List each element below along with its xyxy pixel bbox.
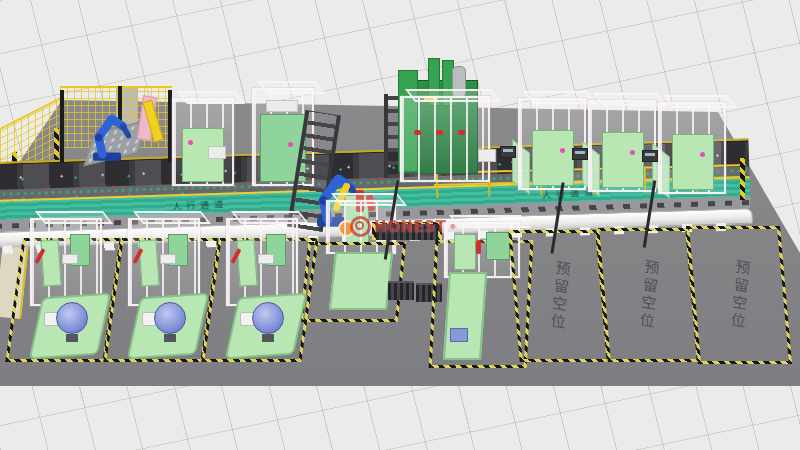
station-plate [443, 272, 487, 360]
blue-robot-arm [80, 98, 136, 164]
hmi-monitor [500, 146, 516, 158]
hmi-monitor [642, 150, 658, 162]
watermark-text: HONEST [374, 218, 446, 236]
registered-mark: ® [449, 223, 456, 231]
cage-station [518, 98, 586, 190]
hmi-monitor [572, 148, 588, 160]
reserved-slot-label: 预留空位 [725, 258, 752, 333]
cage-station [658, 102, 726, 194]
cage-station [588, 100, 656, 192]
white-cabinet [478, 149, 496, 162]
spool-motor [164, 334, 176, 342]
blue-part [450, 328, 468, 342]
reserved-slot-label: 预留空位 [545, 259, 572, 334]
reserved-slot: 预留空位 [596, 228, 700, 362]
reserved-slot: 预留空位 [686, 226, 792, 364]
reserved-slot-label: 预留空位 [634, 258, 661, 333]
winding-station-cage [30, 218, 102, 306]
gear-ring-icon [350, 216, 371, 237]
white-cabinet [208, 146, 226, 159]
reserved-slot: 预留空位 [508, 230, 610, 362]
winding-station-cage [128, 218, 200, 306]
spool-motor [66, 334, 78, 342]
big-machine-cage [400, 96, 490, 182]
fence-post [60, 90, 64, 162]
wire-spool [56, 302, 88, 334]
factory-3d-viewport[interactable]: 人行通道 人行通道 [0, 0, 800, 450]
brand-watermark: HONEST ® [350, 216, 456, 237]
wire-spool [154, 302, 186, 334]
spool-motor [262, 334, 274, 342]
wire-spool [252, 302, 284, 334]
pallet-stack [388, 281, 414, 300]
cage-station [172, 98, 234, 186]
fence-post-striped [740, 158, 745, 200]
station-plate [329, 252, 393, 310]
winding-station-cage [226, 218, 298, 306]
